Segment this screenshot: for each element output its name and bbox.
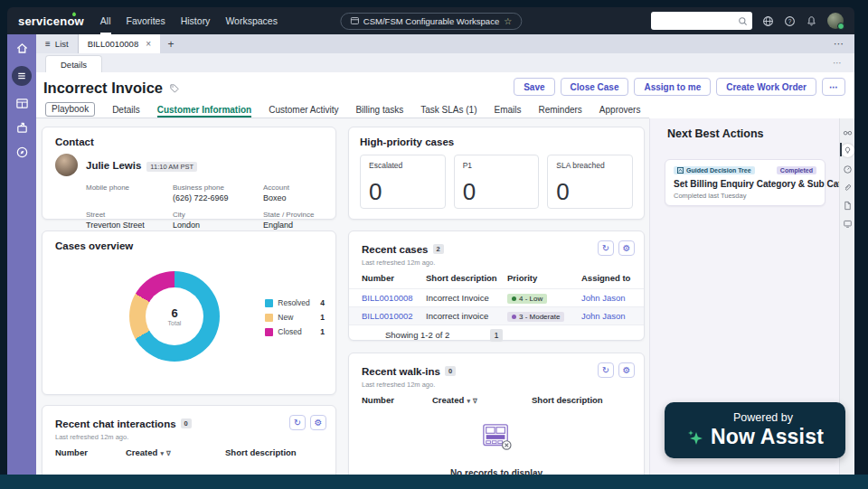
- nba-card-title: Set Billing Enquiry Category & Sub Categ…: [674, 179, 816, 189]
- refresh-button[interactable]: ↻: [289, 415, 306, 430]
- close-case-button[interactable]: Close Case: [561, 78, 629, 96]
- page-title: Incorrect Invoice: [43, 80, 180, 97]
- favorite-star-icon[interactable]: ☆: [504, 16, 512, 26]
- tab-list-label: List: [55, 39, 69, 49]
- app-root: servicenow All Favorites History Workspa…: [0, 0, 868, 489]
- subtab-billing-tasks[interactable]: Billing tasks: [355, 105, 403, 118]
- nav-link-favorites[interactable]: Favorites: [127, 7, 165, 34]
- page-tab-label: Details: [61, 60, 87, 70]
- record-more-button[interactable]: ⋯: [822, 78, 845, 96]
- more-icon: ⋯: [833, 58, 842, 68]
- page-tab-more-button[interactable]: ⋯: [820, 53, 854, 72]
- tab-list[interactable]: ≡ List: [36, 34, 79, 53]
- rail-agent-view-button[interactable]: [840, 124, 854, 140]
- tag-icon[interactable]: [169, 83, 180, 94]
- notifications-bell-icon[interactable]: [806, 15, 817, 27]
- assignee-link[interactable]: John Jason: [581, 293, 631, 303]
- dashboard-icon[interactable]: [15, 97, 29, 110]
- tab-strip-more-button[interactable]: ⋯: [823, 34, 854, 53]
- legend-swatch-new: [265, 314, 273, 322]
- recent-chats-refreshed: Last refreshed 12m ago.: [55, 433, 323, 441]
- new-tab-button[interactable]: +: [160, 34, 182, 53]
- no-records-text: No records to display: [349, 468, 644, 475]
- rail-screens-button[interactable]: [840, 215, 854, 231]
- home-icon[interactable]: [15, 42, 29, 55]
- next-best-action-card[interactable]: Guided Decision Tree Completed Set Billi…: [665, 159, 826, 206]
- subtab-emails[interactable]: Emails: [494, 105, 521, 118]
- filter-icon[interactable]: ∇: [166, 450, 171, 456]
- top-nav: servicenow All Favorites History Workspa…: [7, 7, 854, 34]
- workspace-pill[interactable]: CSM/FSM Configurable Workspace ☆: [340, 13, 522, 30]
- brand-accent-o: o: [67, 14, 74, 28]
- table-row[interactable]: BILL0010008 Incorrect Invoice 4 - Low Jo…: [349, 288, 644, 306]
- record-tab-strip: ≡ List BILL0010008 × + ⋯: [36, 34, 854, 53]
- settings-button[interactable]: ⚙: [618, 240, 635, 256]
- user-avatar[interactable]: [827, 13, 844, 29]
- filter-icon[interactable]: ∇: [473, 398, 477, 404]
- now-assist-badge: Powered by Now Assist: [665, 402, 845, 458]
- tab-details-page[interactable]: Details: [45, 55, 102, 72]
- tab-record[interactable]: BILL0010008 ×: [79, 34, 160, 53]
- high-priority-card: High-priority cases Escalated0 P10 SLA b…: [348, 127, 645, 220]
- refresh-button[interactable]: ↻: [598, 240, 614, 256]
- nav-link-workspaces[interactable]: Workspaces: [225, 7, 278, 34]
- globe-icon[interactable]: [762, 15, 774, 27]
- subtab-task-slas[interactable]: Task SLAs (1): [420, 105, 476, 118]
- nav-link-all[interactable]: All: [100, 7, 111, 34]
- share-export-icon[interactable]: [15, 121, 29, 135]
- more-icon: ⋯: [834, 38, 844, 50]
- cases-donut[interactable]: 6 Total: [129, 271, 220, 362]
- recent-walkins-card: Recent walk-ins0 Last refreshed 12m ago.…: [348, 353, 645, 475]
- case-number-link[interactable]: BILL0010008: [362, 293, 426, 303]
- legend-new[interactable]: New1: [265, 313, 325, 322]
- stat-p1[interactable]: P10: [454, 155, 540, 209]
- legend-closed[interactable]: Closed1: [265, 327, 325, 336]
- svg-text:?: ?: [788, 17, 792, 24]
- list-menu-button[interactable]: [12, 66, 32, 86]
- subtab-approvers[interactable]: Approvers: [599, 105, 641, 118]
- priority-badge: 4 - Low: [507, 294, 547, 304]
- global-search-input[interactable]: [651, 12, 752, 30]
- case-number-link[interactable]: BILL0010002: [362, 311, 426, 321]
- stat-escalated[interactable]: Escalated0: [360, 155, 446, 209]
- table-row[interactable]: BILL0010002 Incorrect invoice 3 - Modera…: [349, 306, 644, 324]
- created-column-sortable[interactable]: Created▾∇: [432, 395, 532, 405]
- contact-name[interactable]: Julie Lewis11:10 AM PST: [86, 160, 197, 171]
- brand-text-end: w: [75, 14, 84, 28]
- sort-caret-icon[interactable]: ▾: [160, 450, 164, 456]
- assign-to-me-button[interactable]: Assign to me: [634, 78, 711, 96]
- rail-document-button[interactable]: [840, 197, 854, 213]
- settings-button[interactable]: ⚙: [618, 362, 635, 378]
- donut-legend: Resolved4 New1 Closed1: [265, 298, 325, 336]
- nav-link-history[interactable]: History: [181, 7, 211, 34]
- refresh-button[interactable]: ↻: [598, 362, 614, 378]
- created-column-sortable[interactable]: Created▾∇: [126, 447, 225, 457]
- subtab-reminders[interactable]: Reminders: [539, 105, 582, 118]
- guided-decision-tree-badge: Guided Decision Tree: [674, 166, 755, 174]
- help-icon[interactable]: ?: [784, 15, 796, 27]
- recent-walkins-columns: Number Created▾∇ Short description: [349, 389, 644, 410]
- sort-caret-icon[interactable]: ▾: [467, 398, 470, 404]
- recent-walkins-refreshed: Last refreshed 12m ago.: [362, 381, 631, 389]
- legend-resolved[interactable]: Resolved4: [265, 298, 325, 307]
- save-button[interactable]: Save: [514, 78, 554, 96]
- subtab-customer-activity[interactable]: Customer Activity: [269, 105, 338, 118]
- rail-insights-button[interactable]: [840, 142, 854, 158]
- rail-activity-button[interactable]: [840, 161, 854, 177]
- topnav-right: ?: [651, 12, 844, 30]
- subtab-playbook[interactable]: Playbook: [45, 102, 95, 117]
- recent-cases-card: Recent cases2 Last refreshed 12m ago. ↻ …: [348, 230, 645, 341]
- rail-attachments-button[interactable]: [840, 179, 854, 195]
- list-icon: [16, 71, 27, 81]
- stat-sla-breached[interactable]: SLA breached0: [547, 155, 633, 209]
- compass-icon[interactable]: [15, 146, 29, 159]
- pagination-page-1[interactable]: 1: [490, 329, 503, 342]
- assignee-link[interactable]: John Jason: [581, 311, 631, 321]
- create-work-order-button[interactable]: Create Work Order: [716, 78, 816, 96]
- subtab-details[interactable]: Details: [112, 105, 140, 118]
- servicenow-logo[interactable]: servicenow: [18, 14, 84, 28]
- next-best-actions-title: Next Best Actions: [667, 127, 764, 140]
- subtab-customer-information[interactable]: Customer Information: [157, 105, 251, 118]
- settings-button[interactable]: ⚙: [310, 415, 326, 430]
- close-tab-icon[interactable]: ×: [146, 39, 151, 49]
